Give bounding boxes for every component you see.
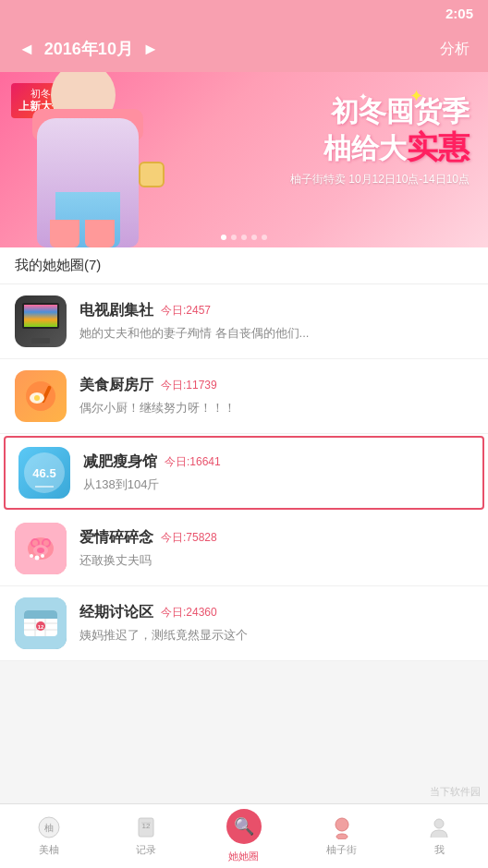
status-time: 2:05 <box>445 6 473 21</box>
banner-dots <box>221 235 267 240</box>
svg-point-13 <box>35 556 40 561</box>
nav-label-circle: 她她圈 <box>228 850 259 863</box>
banner-dot-2 <box>231 235 237 240</box>
svg-point-11 <box>37 548 44 553</box>
nav-item-street[interactable]: 柚子街 <box>293 804 391 868</box>
svg-point-30 <box>336 818 348 831</box>
item-today-food: 今日:11739 <box>161 378 217 393</box>
item-today-period: 今日:24360 <box>161 605 217 621</box>
list-container: 电视剧集社 今日:2457 她的丈夫和他的妻子殉情 各自丧偶的他们... <box>0 284 488 661</box>
meiyou-nav-icon: 柚 <box>37 815 61 839</box>
svg-point-8 <box>32 540 38 546</box>
banner-text-area: 初冬囤货季 柚给大实惠 柚子街特卖 10月12日10点-14日10点 <box>290 95 470 187</box>
item-today-scale: 今日:16641 <box>165 454 221 470</box>
list-item-tv[interactable]: 电视剧集社 今日:2457 她的丈夫和他的妻子殉情 各自丧偶的他们... <box>0 284 488 359</box>
svg-text:12: 12 <box>38 624 44 630</box>
circle-nav-icon: 🔍 <box>234 816 254 837</box>
record-nav-icon: 12 <box>134 815 158 839</box>
svg-rect-18 <box>24 615 57 619</box>
item-content-period: 经期讨论区 今日:24360 姨妈推迟了，测纸竟然显示这个 <box>79 603 473 644</box>
watermark: 当下软件园 <box>430 785 481 799</box>
tv-icon <box>15 295 67 347</box>
banner[interactable]: 初冬 上新大促 ✦ ✦ ✦ 初冬囤货季 柚给大 <box>0 72 488 247</box>
nav-item-meiyou[interactable]: 柚 美柚 <box>0 804 98 868</box>
banner-dot-4 <box>251 235 257 240</box>
item-today-heart: 今日:75828 <box>161 530 217 546</box>
banner-dot-1 <box>221 235 226 240</box>
item-desc-food: 偶尔小厨！继续努力呀！！！ <box>79 400 473 416</box>
bottom-nav: 柚 美柚 12 记录 🔍 她她圈 柚子街 我 <box>0 803 488 868</box>
item-content-tv: 电视剧集社 今日:2457 她的丈夫和他的妻子殉情 各自丧偶的他们... <box>79 301 473 342</box>
item-name-heart: 爱情碎碎念 <box>79 528 153 548</box>
item-title-row-period: 经期讨论区 今日:24360 <box>79 603 473 622</box>
scale-circle: 46.5 <box>24 452 65 493</box>
banner-main-text2: 柚给大实惠 <box>290 128 470 166</box>
item-desc-period: 姨妈推迟了，测纸竟然显示这个 <box>79 627 473 644</box>
prev-month-button[interactable]: ◄ <box>18 40 35 59</box>
analysis-button[interactable]: 分析 <box>440 40 470 59</box>
banner-main-text1: 初冬囤货季 <box>290 95 470 128</box>
banner-dot-3 <box>241 235 247 240</box>
header: ◄ 2016年10月 ► 分析 <box>0 26 488 72</box>
item-content-heart: 爱情碎碎念 今日:75828 还敢换丈夫吗 <box>79 528 473 569</box>
svg-point-9 <box>43 540 49 546</box>
svg-point-12 <box>30 554 33 558</box>
item-content-scale: 减肥瘦身馆 今日:16641 从138到104斤 <box>83 452 470 493</box>
banner-sub-text: 柚子街特卖 10月12日10点-14日10点 <box>290 172 470 187</box>
svg-point-31 <box>336 834 348 839</box>
item-desc-scale: 从138到104斤 <box>83 476 470 493</box>
item-today-tv: 今日:2457 <box>161 303 211 319</box>
heart-icon <box>15 523 67 574</box>
content-scroll: 初冬 上新大促 ✦ ✦ ✦ 初冬囤货季 柚给大 <box>0 72 488 803</box>
item-name-scale: 减肥瘦身馆 <box>83 452 157 472</box>
nav-item-circle[interactable]: 🔍 她她圈 <box>195 804 293 868</box>
food-icon <box>15 370 67 422</box>
item-title-row-scale: 减肥瘦身馆 今日:16641 <box>83 452 470 472</box>
status-bar: 2:05 <box>0 0 488 26</box>
nav-label-street: 柚子街 <box>326 843 357 857</box>
scale-number: 46.5 <box>32 466 55 480</box>
nav-label-me: 我 <box>434 843 445 857</box>
svg-point-32 <box>434 819 444 828</box>
nav-label-meiyou: 美柚 <box>39 843 59 857</box>
banner-girl-figure <box>9 86 166 247</box>
item-title-row-food: 美食厨房厅 今日:11739 <box>79 376 473 395</box>
header-nav: ◄ 2016年10月 ► <box>18 38 159 60</box>
item-desc-heart: 还敢换丈夫吗 <box>79 552 473 569</box>
item-title-row-heart: 爱情碎碎念 今日:75828 <box>79 528 473 548</box>
item-desc-tv: 她的丈夫和他的妻子殉情 各自丧偶的他们... <box>79 325 473 342</box>
banner-dot-5 <box>262 235 267 240</box>
item-name-food: 美食厨房厅 <box>79 376 153 395</box>
nav-item-me[interactable]: 我 <box>390 804 488 868</box>
item-name-tv: 电视剧集社 <box>79 301 153 320</box>
list-item-food[interactable]: 美食厨房厅 今日:11739 偶尔小厨！继续努力呀！！！ <box>0 359 488 434</box>
item-title-row-tv: 电视剧集社 今日:2457 <box>79 301 473 320</box>
circle-nav-icon-bg: 🔍 <box>226 809 262 844</box>
item-content-food: 美食厨房厅 今日:11739 偶尔小厨！继续努力呀！！！ <box>79 376 473 416</box>
section-header: 我的她她圈(7) <box>0 247 488 284</box>
scale-icon: 46.5 <box>18 447 70 499</box>
nav-label-record: 记录 <box>136 843 156 857</box>
svg-point-14 <box>41 554 44 558</box>
heart-icon-svg <box>15 523 67 574</box>
period-icon-svg: 12 <box>15 597 67 649</box>
food-icon-svg <box>24 380 57 413</box>
list-item-heart[interactable]: 爱情碎碎念 今日:75828 还敢换丈夫吗 <box>0 512 488 586</box>
next-month-button[interactable]: ► <box>142 40 159 59</box>
item-name-period: 经期讨论区 <box>79 603 153 622</box>
svg-point-3 <box>34 395 40 401</box>
header-title: 2016年10月 <box>44 38 133 60</box>
list-item-scale[interactable]: 46.5 减肥瘦身馆 今日:16641 从138到104斤 <box>4 436 484 510</box>
list-item-period[interactable]: 12 经期讨论区 今日:24360 姨妈推迟了，测纸竟然显示这个 <box>0 586 488 661</box>
street-nav-icon <box>330 815 354 839</box>
period-icon: 12 <box>15 597 67 649</box>
nav-item-record[interactable]: 12 记录 <box>98 804 196 868</box>
svg-text:柚: 柚 <box>44 823 54 833</box>
me-nav-icon <box>427 815 451 839</box>
